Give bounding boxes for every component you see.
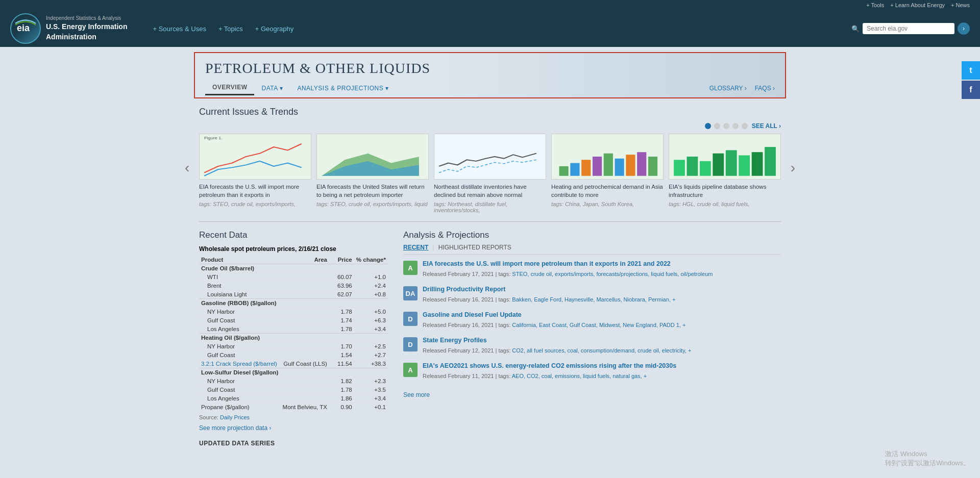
svg-text:Figure 1.: Figure 1. [204,136,223,140]
tab-data[interactable]: DATA ▾ [254,82,290,95]
tools-link[interactable]: + Tools [866,2,884,8]
report-badge-5: A [403,363,418,377]
see-more-analysis-link[interactable]: See more [403,391,430,398]
dot-4[interactable] [732,123,739,129]
col-product: Product [199,256,281,264]
svg-text:eia: eia [17,23,30,33]
trend-card-4: Heating and petrochemical demand in Asia… [551,134,664,213]
carousel-prev[interactable]: ‹ [185,160,189,176]
site-header: + Tools + Learn About Energy + News eia … [0,0,980,47]
see-more-analysis: See more [403,387,781,398]
table-row: Brent63.96+2.4 [199,282,388,290]
table-row: NY Harbor1.78+5.0 [199,308,388,316]
svg-rect-25 [765,147,776,176]
tagline: Independent Statistics & Analysis [46,15,127,22]
geography-nav[interactable]: + Geography [250,22,299,36]
daily-prices-link[interactable]: Daily Prices [220,414,250,420]
report-tags-4[interactable]: CO2, all fuel sources, coal, consumption… [512,347,691,354]
trend-tags-3: tags: Northeast, distillate fuel, invent… [434,201,546,213]
dot-3[interactable] [723,123,729,129]
news-link[interactable]: + News [951,2,970,8]
see-more-link[interactable]: See more projection data › [199,424,271,432]
search-button[interactable]: › [958,22,970,35]
tab-analysis[interactable]: ANALYSIS & PROJECTIONS ▾ [290,82,396,95]
header-main: eia Independent Statistics & Analysis U.… [0,10,980,47]
svg-rect-20 [700,161,711,176]
report-body-3: Gasoline and Diesel Fuel Update Released… [423,311,781,329]
carousel-next[interactable]: › [791,160,795,176]
see-all-link[interactable]: SEE ALL › [752,122,781,130]
report-meta-4: Released February 12, 2021 | tags: CO2, … [423,346,781,355]
price-table: Product Area Price % change* Crude Oil (… [199,256,388,411]
report-tags-2[interactable]: Bakken, Eagle Ford, Haynesville, Marcell… [512,296,675,303]
report-tags-5[interactable]: AEO, CO2, coal, emissions, liquid fuels,… [512,373,647,379]
report-title-3[interactable]: Gasoline and Diesel Fuel Update [423,311,781,320]
dot-1[interactable] [705,123,711,129]
faqs-link[interactable]: FAQS › [755,85,775,92]
facebook-button[interactable]: f [962,81,980,99]
svg-rect-9 [570,163,579,176]
search-input[interactable] [863,23,954,34]
svg-rect-1 [200,134,311,179]
svg-rect-21 [713,154,724,176]
learn-link[interactable]: + Learn About Energy [890,2,945,8]
report-title-1[interactable]: EIA forecasts the U.S. will import more … [423,260,781,269]
tab-highlighted[interactable]: HIGHLIGHTED REPORTS [438,244,511,251]
report-title-2[interactable]: Drilling Productivity Report [423,285,781,294]
page-right-links: GLOSSARY › FAQS › [709,85,775,92]
report-badge-2: DA [403,286,418,300]
svg-rect-14 [626,155,635,175]
trend-tags-label-1: tags: STEO, crude oil, exports/imports, [199,201,296,207]
report-item-4: D State Energy Profiles Released Februar… [403,336,781,355]
analysis-tabs: RECENT | HIGHLIGHTED REPORTS [403,243,781,255]
two-column-layout: Recent Data Wholesale spot petroleum pri… [199,230,781,447]
carousel-items: Figure 1. EIA forecasts the U.S. will im… [199,134,781,213]
trend-thumb-3[interactable] [434,134,546,180]
carousel-dots [705,123,748,129]
report-title-4[interactable]: State Energy Profiles [423,336,781,345]
topics-nav[interactable]: + Topics [213,22,248,36]
trend-card-5: EIA's liquids pipeline database shows in… [669,134,781,213]
carousel-wrapper: SEE ALL › ‹ Figure 1. EIA forecasts the … [199,122,781,213]
svg-rect-22 [726,150,737,175]
svg-rect-18 [674,160,685,175]
report-tags-3[interactable]: California, East Coast, Gulf Coast, Midw… [512,322,685,328]
report-body-2: Drilling Productivity Report Released Fe… [423,285,781,304]
table-row: Los Angeles1.78+3.4 [199,325,388,334]
glossary-link[interactable]: GLOSSARY › [709,85,747,92]
twitter-button[interactable]: t [962,61,980,80]
report-meta-2: Released February 16, 2021 | tags: Bakke… [423,295,781,304]
table-row: Propane ($/gallon) Mont Belvieu, TX0.90+… [199,403,388,412]
report-meta-5: Released February 11, 2021 | tags: AEO, … [423,372,781,381]
page-title: PETROLEUM & OTHER LIQUIDS [205,60,775,77]
report-title-5[interactable]: EIA's AEO2021 shows U.S. energy-related … [423,362,781,371]
sources-uses-nav[interactable]: + Sources & Uses [148,22,211,36]
trend-text-3: Northeast distillate inventories have de… [434,183,546,199]
dot-5[interactable] [742,123,748,129]
trend-thumb-5[interactable] [669,134,781,180]
trend-thumb-4[interactable] [551,134,664,180]
trend-card-3: Northeast distillate inventories have de… [434,134,546,213]
report-item-2: DA Drilling Productivity Report Released… [403,285,781,304]
table-row: Gulf Coast1.54+2.7 [199,351,388,360]
crack-spread-link[interactable]: 3.2:1 Crack Spread ($/barrel) [201,361,277,367]
report-tags-1[interactable]: STEO, crude oil, exports/imports, foreca… [512,271,713,277]
svg-rect-24 [752,152,763,176]
trend-card-2: EIA forecasts the United States will ret… [316,134,429,213]
table-row: Los Angeles1.86+3.4 [199,394,388,403]
table-row: NY Harbor1.82+2.3 [199,377,388,386]
table-row: Crude Oil ($/barrel) [199,264,388,273]
trend-thumb-2[interactable] [316,134,429,180]
analysis-title: Analysis & Projections [403,230,781,240]
table-row: NY Harbor1.70+2.5 [199,342,388,351]
svg-rect-10 [581,160,591,175]
tab-overview[interactable]: OVERVIEW [205,81,254,95]
tab-recent[interactable]: RECENT [403,244,428,251]
report-badge-4: D [403,337,418,351]
logo-area: eia Independent Statistics & Analysis U.… [10,13,127,44]
see-more-projection: See more projection data › [199,420,388,432]
trend-tags-4: tags: China, Japan, South Korea, [551,201,664,207]
trend-thumb-1[interactable]: Figure 1. [199,134,311,180]
dot-2[interactable] [714,123,720,129]
table-row: Gasoline (RBOB) ($/gallon) [199,299,388,308]
